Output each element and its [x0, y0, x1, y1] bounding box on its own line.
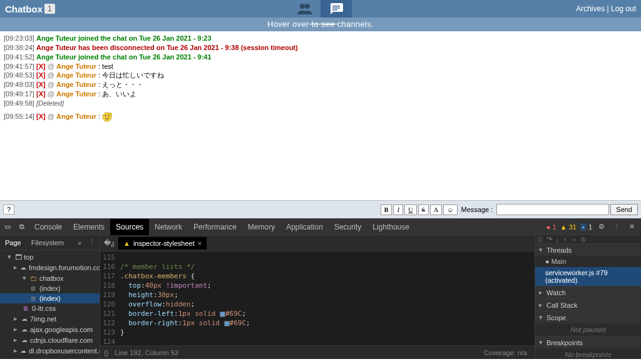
- message-row: [09:49:03] [X] @ Ange Tuteur : えっと・・・: [4, 80, 637, 89]
- step-icon[interactable]: →: [570, 236, 577, 243]
- tree-item[interactable]: ▸☁ ajax.googleapis.com: [0, 324, 100, 335]
- pretty-print-icon[interactable]: {}: [104, 349, 108, 356]
- message-list: [09:23:03] Ange Tuteur joined the chat o…: [0, 31, 641, 200]
- cursor-position: Line 192, Column 53: [115, 349, 178, 356]
- devtools-tab-security[interactable]: Security: [329, 219, 367, 235]
- close-icon[interactable]: ✕: [627, 223, 637, 231]
- input-bar: ? B I U S A ☺ Message : Send: [0, 200, 641, 218]
- file-tree: ▾🗔 top▸☁ fmdesign.forumotion.com▾🗀 chatb…: [0, 250, 100, 359]
- delete-msg-icon[interactable]: [X]: [36, 71, 46, 79]
- step-over-icon[interactable]: ↷: [546, 235, 552, 243]
- header-links: Archives | Log out: [576, 4, 636, 13]
- svg-point-0: [300, 4, 305, 9]
- coverage-label: Coverage: n/a: [484, 349, 531, 356]
- settings-icon[interactable]: ⚙: [596, 223, 607, 231]
- tree-item[interactable]: ▾🗔 top: [0, 251, 100, 262]
- warning-count[interactable]: ▲ 31: [560, 223, 577, 231]
- logout-link[interactable]: Log out: [611, 4, 636, 13]
- sidebar-menu-icon[interactable]: ⋮: [85, 238, 100, 246]
- strike-button[interactable]: S: [418, 205, 429, 215]
- error-count[interactable]: ● 1: [546, 223, 556, 231]
- callstack-section[interactable]: ▸Call Stack: [535, 299, 641, 311]
- devtools-tab-network[interactable]: Network: [149, 219, 188, 235]
- chatbox-header: Chatbox 1 Archives | Log out: [0, 0, 641, 18]
- pause-icon[interactable]: ▸⃓: [538, 236, 543, 243]
- sidebar-more-icon[interactable]: »: [74, 239, 85, 246]
- message-row: [09:41:57] [X] @ Ange Tuteur : test: [4, 62, 637, 71]
- scope-empty: Not paused: [535, 323, 641, 336]
- tree-item[interactable]: 🗎 (index): [0, 293, 100, 303]
- tree-item[interactable]: ▾🗀 chatbox: [0, 273, 100, 283]
- breakpoints-section[interactable]: ▾Breakpoints: [535, 336, 641, 348]
- devtools-tab-performance[interactable]: Performance: [188, 219, 242, 235]
- code-tab[interactable]: ▲ inspector-stylesheet ×: [118, 237, 207, 250]
- step-out-icon[interactable]: ↑: [563, 236, 567, 243]
- bold-button[interactable]: B: [381, 205, 392, 215]
- svg-point-8: [109, 113, 112, 116]
- code-editor[interactable]: 115116/* member lists */117.chatbox-memb…: [100, 251, 535, 345]
- emoji-button[interactable]: ☺: [443, 205, 457, 215]
- message-label: Message :: [461, 206, 493, 213]
- close-tab-icon[interactable]: ×: [198, 240, 202, 247]
- threads-section[interactable]: ▾Threads: [535, 244, 641, 256]
- archives-link[interactable]: Archives: [576, 4, 605, 13]
- devtools-tab-application[interactable]: Application: [280, 219, 329, 235]
- delete-msg-icon[interactable]: [X]: [36, 90, 46, 98]
- devtools-tab-memory[interactable]: Memory: [242, 219, 280, 235]
- help-button[interactable]: ?: [3, 205, 14, 215]
- code-panel: �კ ▲ inspector-stylesheet × 115116/* mem…: [100, 235, 535, 359]
- message-row: [09:48:53] [X] @ Ange Tuteur : 今日は忙しいですね: [4, 71, 637, 80]
- underline-button[interactable]: U: [404, 205, 416, 215]
- members-icon[interactable]: [289, 0, 320, 18]
- code-status-bar: {} Line 192, Column 53 Coverage: n/a: [100, 345, 535, 359]
- breakpoints-empty: No breakpoints: [535, 348, 641, 359]
- thread-sw[interactable]: serviceworker.js #79 (activated): [535, 267, 641, 286]
- page-tab[interactable]: Page: [0, 236, 26, 249]
- tree-item[interactable]: ▸☁ cdnjs.cloudflare.com: [0, 335, 100, 345]
- svg-point-1: [305, 4, 310, 9]
- message-row: [09:55:14] [X] @ Ange Tuteur :: [4, 112, 637, 122]
- svg-point-6: [105, 115, 106, 116]
- warning-icon: ▲: [123, 240, 130, 247]
- devtools: ▭ ⧉ ConsoleElementsSourcesNetworkPerform…: [0, 218, 641, 359]
- watch-section[interactable]: ▸Watch: [535, 286, 641, 298]
- italic-button[interactable]: I: [393, 205, 403, 215]
- devtools-tab-lighthouse[interactable]: Lighthouse: [367, 219, 415, 235]
- message-row: [09:23:03] Ange Tuteur joined the chat o…: [4, 34, 637, 43]
- filesystem-tab[interactable]: Filesystem: [26, 236, 69, 249]
- info-count[interactable]: ▪ 1: [580, 223, 592, 231]
- send-button[interactable]: Send: [610, 204, 638, 215]
- devtools-tabs: ▭ ⧉ ConsoleElementsSourcesNetworkPerform…: [0, 219, 641, 235]
- scope-section[interactable]: ▾Scope: [535, 311, 641, 323]
- message-row: [09:49:58] [Deleted]: [4, 99, 637, 108]
- message-row: [09:49:17] [X] @ Ange Tuteur : あ、いいよ: [4, 89, 637, 99]
- delete-msg-icon[interactable]: [X]: [36, 63, 46, 70]
- svg-rect-4: [332, 9, 337, 11]
- thread-main[interactable]: ● Main: [535, 256, 641, 267]
- tree-item[interactable]: ▸☁ fmdesign.forumotion.com: [0, 262, 100, 273]
- message-input[interactable]: [496, 204, 609, 215]
- tree-item[interactable]: ▸☁ dl.dropboxusercontent.com: [0, 345, 100, 356]
- tree-item[interactable]: 🗎 (index): [0, 283, 100, 293]
- deactivate-icon[interactable]: ⦸: [581, 235, 585, 243]
- devtools-tab-sources[interactable]: Sources: [110, 219, 149, 235]
- tree-item[interactable]: 🗎 0-ltr.css: [0, 303, 100, 313]
- delete-msg-icon[interactable]: [X]: [36, 113, 46, 120]
- tree-item[interactable]: ▸☁ fmdesign.forumotion.com: [0, 356, 100, 359]
- devtools-tab-console[interactable]: Console: [29, 219, 68, 235]
- tab-nav-icon[interactable]: �კ: [100, 239, 118, 247]
- step-into-icon[interactable]: ↓: [556, 236, 560, 243]
- member-count-badge: 1: [44, 4, 55, 14]
- chat-icon[interactable]: [320, 0, 352, 18]
- devtools-tab-elements[interactable]: Elements: [68, 219, 110, 235]
- delete-msg-icon[interactable]: [X]: [36, 81, 46, 88]
- message-row: [09:41:52] Ange Tuteur joined the chat o…: [4, 53, 637, 62]
- chatbox-title: Chatbox: [5, 4, 43, 14]
- more-icon[interactable]: ⋮: [611, 223, 623, 231]
- debugger-panel: ▸⃓ ↷ ↓ ↑ → ⦸ ▾Threads ● Main servicework…: [535, 235, 641, 359]
- message-row: [09:38:24] Ange Tuteur has been disconne…: [4, 43, 637, 53]
- color-button[interactable]: A: [430, 205, 442, 215]
- tree-item[interactable]: ▸☁ 7img.net: [0, 313, 100, 324]
- device-icon[interactable]: ⧉: [15, 223, 29, 231]
- inspect-icon[interactable]: ▭: [0, 223, 15, 231]
